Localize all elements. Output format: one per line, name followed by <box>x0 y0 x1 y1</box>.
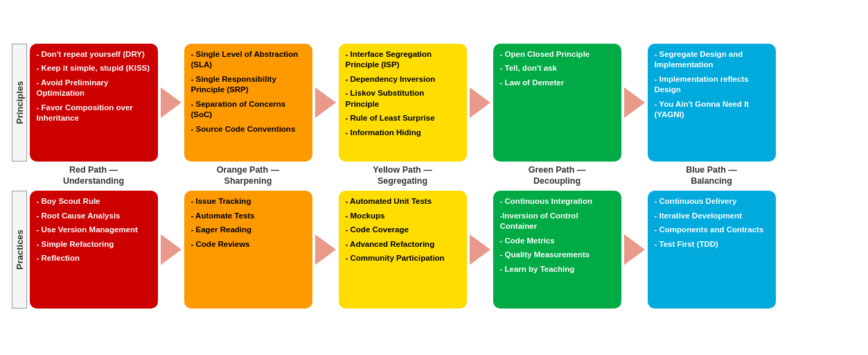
arrow-shape <box>315 234 336 265</box>
card-item: - Boy Scout Rule <box>37 196 151 207</box>
card-item: - Reflection <box>37 253 151 264</box>
card-green-3: - Continuous Integration-Inversion of Co… <box>493 191 621 309</box>
card-item: - Use Version Management <box>37 225 151 236</box>
card-item: - Information Hiding <box>346 128 460 139</box>
card-blue-4: - Segregate Design and Implementation- I… <box>648 44 776 162</box>
path-label-2: Yellow Path —Segregating <box>339 164 467 187</box>
principles-row: Principles - Don't repeat yourself (DRY)… <box>12 44 857 162</box>
card-blue-4: - Continuous Delivery- Iterative Develop… <box>648 191 776 309</box>
arrow-shape <box>470 87 490 118</box>
card-item: - Automated Unit Tests <box>346 196 460 207</box>
card-item: - Single Responsibility Principle (SRP) <box>191 74 305 96</box>
arrow-shape <box>315 87 336 118</box>
card-item: - Don't repeat yourself (DRY) <box>37 49 151 60</box>
card-yellow-2: - Interface Segregation Principle (ISP)-… <box>339 44 467 162</box>
card-item: - Interface Segregation Principle (ISP) <box>346 49 460 71</box>
card-item: - Root Cause Analysis <box>37 211 151 222</box>
card-orange-1: - Single Level of Abstraction (SLA)- Sin… <box>184 44 312 162</box>
card-item: - Rule of Least Surprise <box>346 113 460 124</box>
card-item: - Keep it simple, stupid (KISS) <box>37 63 151 74</box>
card-item: - Law of Demeter <box>500 78 614 89</box>
card-item: - Continuous Integration <box>500 196 614 207</box>
card-yellow-2: - Automated Unit Tests- Mockups- Code Co… <box>339 191 467 309</box>
arrow-0 <box>158 87 184 118</box>
arrow-shape <box>624 87 645 118</box>
card-item: - Issue Tracking <box>191 196 305 207</box>
card-item: - Mockups <box>346 211 460 222</box>
card-red-0: - Boy Scout Rule- Root Cause Analysis- U… <box>30 191 158 309</box>
card-item: - Automate Tests <box>191 211 305 222</box>
card-item: - Test First (TDD) <box>655 239 769 250</box>
card-item: - You Ain't Gonna Need It (YAGNI) <box>655 99 769 121</box>
card-item: - Tell, don't ask <box>500 63 614 74</box>
card-item: - Dependency Inversion <box>346 74 460 85</box>
card-item: - Simple Refactoring <box>37 239 151 250</box>
card-item: - Learn by Teaching <box>500 264 614 275</box>
arrow-shape <box>470 234 490 265</box>
arrow-1 <box>312 234 339 265</box>
card-item: - Iterative Development <box>655 211 769 222</box>
card-item: - Code Reviews <box>191 239 305 250</box>
path-label-1: Orange Path —Sharpening <box>184 164 312 187</box>
practices-label: Practices <box>12 191 27 309</box>
card-item: - Single Level of Abstraction (SLA) <box>191 49 305 71</box>
arrow-1 <box>312 87 339 118</box>
path-label-0: Red Path —Understanding <box>30 164 158 187</box>
card-item: - Source Code Conventions <box>191 124 305 135</box>
path-label-3: Green Path —Decoupling <box>493 164 621 187</box>
card-item: - Code Metrics <box>500 236 614 247</box>
card-item: - Continuous Delivery <box>655 196 769 207</box>
principles-cards-row: - Don't repeat yourself (DRY)- Keep it s… <box>30 44 857 162</box>
arrow-3 <box>621 87 648 118</box>
arrow-3 <box>621 234 648 265</box>
card-red-0: - Don't repeat yourself (DRY)- Keep it s… <box>30 44 158 162</box>
arrow-2 <box>467 87 493 118</box>
arrow-2 <box>467 234 493 265</box>
arrow-shape <box>161 234 181 265</box>
principles-label: Principles <box>12 44 27 162</box>
card-item: -Inversion of Control Container <box>500 211 614 232</box>
card-item: - Community Participation <box>346 253 460 264</box>
card-item: - Avoid Preliminary Optimization <box>37 78 151 99</box>
card-item: - Code Coverage <box>346 225 460 236</box>
path-labels-row: Red Path —UnderstandingOrange Path —Shar… <box>30 164 857 187</box>
card-green-3: - Open Closed Principle- Tell, don't ask… <box>493 44 621 162</box>
diagram-wrapper: Principles - Don't repeat yourself (DRY)… <box>12 44 857 312</box>
arrow-shape <box>161 87 181 118</box>
card-orange-1: - Issue Tracking- Automate Tests- Eager … <box>184 191 312 309</box>
card-item: - Implementation reflects Design <box>655 74 769 96</box>
card-item: - Segregate Design and Implementation <box>655 49 769 71</box>
card-item: - Open Closed Principle <box>500 49 614 60</box>
card-item: - Favor Composition over Inheritance <box>37 103 151 124</box>
card-item: - Components and Contracts <box>655 225 769 236</box>
card-item: - Eager Reading <box>191 225 305 236</box>
practices-row: Practices - Boy Scout Rule- Root Cause A… <box>12 191 857 309</box>
card-item: - Separation of Concerns (SoC) <box>191 99 305 121</box>
card-item: - Liskov Substitution Principle <box>346 88 460 110</box>
practices-cards-row: - Boy Scout Rule- Root Cause Analysis- U… <box>30 191 857 309</box>
card-item: - Quality Measurements <box>500 250 614 261</box>
arrow-shape <box>624 234 645 265</box>
path-label-4: Blue Path —Balancing <box>648 164 776 187</box>
card-item: - Advanced Refactoring <box>346 239 460 250</box>
arrow-0 <box>158 234 184 265</box>
